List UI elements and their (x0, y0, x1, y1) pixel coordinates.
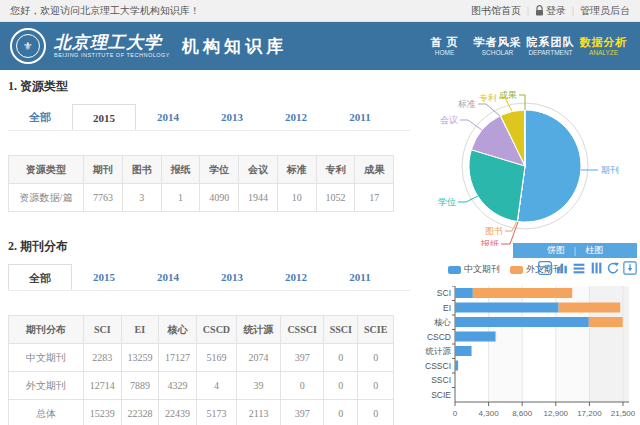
tab-2013[interactable]: 2013 (200, 104, 264, 130)
login-link[interactable]: 登录 (535, 4, 566, 18)
pie-slice-0[interactable] (517, 110, 581, 222)
table-row: 资源数据/篇7763314090194410105217 (9, 184, 394, 212)
refresh-icon[interactable] (606, 261, 620, 275)
column-header: 成果 (355, 156, 394, 184)
table-header-row: 资源类型期刊图书报纸学位会议标准专利成果 (9, 156, 394, 184)
table-cell: 0 (358, 372, 394, 400)
pie-slice-label: 标准 (457, 99, 476, 109)
tab-2013[interactable]: 2013 (200, 264, 264, 290)
table-cell: 2113 (237, 400, 281, 425)
save-image-icon[interactable] (623, 261, 637, 275)
table-cell: 4 (196, 372, 236, 400)
tab-2014[interactable]: 2014 (136, 264, 200, 290)
tab-全部[interactable]: 全部 (8, 264, 72, 290)
tab-2011[interactable]: 2011 (328, 104, 392, 130)
content-left-column: 1. 资源类型 全部20152014201320122011 资源类型期刊图书报… (8, 78, 410, 425)
column-header: EI (121, 316, 159, 344)
table-cell: 15239 (84, 400, 122, 425)
pie-slice-label: 图书 (485, 226, 503, 236)
legend-swatch (510, 266, 523, 274)
legend-swatch (448, 266, 461, 274)
tab-2014[interactable]: 2014 (136, 104, 200, 130)
table-cell: 2074 (237, 344, 281, 372)
table-cell: 2283 (84, 344, 122, 372)
site-title: 机构知识库 (182, 35, 287, 58)
nav-item-analyze[interactable]: 数据分析ANALYZE (577, 36, 630, 56)
y-category-label: 统计源 (426, 346, 452, 356)
university-name-block: 北京理工大学 BEIJING INSTITUTE OF TECHNOLOGY (54, 34, 170, 58)
section-title-journal-distribution: 2. 期刊分布 (8, 238, 410, 255)
table-cell: 4090 (200, 184, 239, 212)
pie-label-line (519, 95, 525, 110)
nav-item-scholar[interactable]: 学者风采SCHOLAR (471, 36, 524, 56)
table-cell: 1944 (239, 184, 278, 212)
column-view-button[interactable]: 柱图 (585, 244, 603, 257)
line-chart-icon[interactable] (538, 261, 552, 275)
tab-2015[interactable]: 2015 (72, 104, 136, 130)
legend-label: 中文期刊 (464, 263, 500, 276)
table-cell: 1 (161, 184, 200, 212)
pie-slice-label: 报纸 (480, 239, 499, 246)
table-cell: 10 (277, 184, 316, 212)
nav-label-zh: 院系团队 (524, 36, 577, 49)
bar-segment-外文期刊[interactable] (495, 332, 496, 342)
y-category-label: EI (443, 303, 451, 313)
table-cell: 5169 (196, 344, 236, 372)
table-cell: 5173 (196, 400, 236, 425)
resource-type-year-tabs: 全部20152014201320122011 (8, 104, 410, 131)
tab-2011[interactable]: 2011 (328, 264, 392, 290)
pie-view-button[interactable]: 饼图 (547, 244, 565, 257)
resource-type-pie-chart: 期刊图书报纸学位会议标准专利成果 (420, 76, 635, 246)
bar-segment-外文期刊[interactable] (559, 303, 621, 313)
admin-backend-link[interactable]: 管理员后台 (580, 4, 630, 18)
journal-distribution-table: 期刊分布SCIEI核心CSCD统计源CSSCISSCISCIE中文期刊22831… (8, 315, 394, 425)
table-cell: 7889 (121, 372, 159, 400)
stack-horizontal-icon[interactable] (572, 261, 586, 275)
nav-label-en: HOME (418, 49, 471, 56)
toggle-separator: | (574, 246, 576, 256)
column-header: CSCD (196, 316, 236, 344)
tab-2012[interactable]: 2012 (264, 104, 328, 130)
journal-distribution-year-tabs: 全部20152014201320122011 (8, 264, 410, 291)
bar-segment-中文期刊[interactable] (455, 361, 458, 371)
chart-controls: 饼图 | 柱图 中文期刊外文期刊 (420, 250, 640, 286)
table-cell: 资源数据/篇 (9, 184, 84, 212)
bar-chart-icon[interactable] (555, 261, 569, 275)
tab-全部[interactable]: 全部 (8, 104, 72, 130)
nav-item-home[interactable]: 首 页HOME (418, 36, 471, 56)
table-cell: 外文期刊 (9, 372, 84, 400)
university-name-en: BEIJING INSTITUTE OF TECHNOLOGY (54, 52, 170, 58)
table-cell: 0 (324, 344, 358, 372)
pie-label-line (458, 196, 478, 202)
table-cell: 17 (355, 184, 394, 212)
bar-segment-中文期刊[interactable] (455, 288, 473, 298)
table-cell: 0 (324, 400, 358, 425)
tab-2012[interactable]: 2012 (264, 264, 328, 290)
nav-item-department[interactable]: 院系团队DEPARTMENT (524, 36, 577, 56)
table-cell: 中文期刊 (9, 344, 84, 372)
chart-toolbox (538, 261, 637, 275)
bar-segment-中文期刊[interactable] (455, 332, 495, 342)
bar-segment-外文期刊[interactable] (473, 288, 572, 298)
column-header: 专利 (316, 156, 355, 184)
bar-segment-中文期刊[interactable] (455, 303, 559, 313)
resource-type-table: 资源类型期刊图书报纸学位会议标准专利成果资源数据/篇77633140901944… (8, 155, 394, 212)
column-header: 统计源 (237, 316, 281, 344)
column-header: 核心 (159, 316, 197, 344)
site-header: ⚜ 北京理工大学 BEIJING INSTITUTE OF TECHNOLOGY… (0, 22, 640, 70)
library-home-link[interactable]: 图书馆首页 (471, 4, 521, 18)
bar-segment-外文期刊[interactable] (589, 317, 623, 327)
bar-segment-外文期刊[interactable] (471, 346, 472, 356)
column-header: 期刊分布 (9, 316, 84, 344)
table-row: 总体1523922328224395173211339700 (9, 400, 394, 425)
y-category-label: CSSCI (425, 361, 451, 371)
bar-segment-中文期刊[interactable] (455, 346, 471, 356)
stack-vertical-icon[interactable] (589, 261, 603, 275)
y-category-label: SCI (437, 288, 451, 298)
column-header: 学位 (200, 156, 239, 184)
bar-segment-中文期刊[interactable] (455, 317, 589, 327)
section-title-resource-type: 1. 资源类型 (8, 78, 410, 95)
legend-item[interactable]: 中文期刊 (448, 263, 500, 276)
tab-2015[interactable]: 2015 (72, 264, 136, 290)
nav-label-zh: 学者风采 (471, 36, 524, 49)
